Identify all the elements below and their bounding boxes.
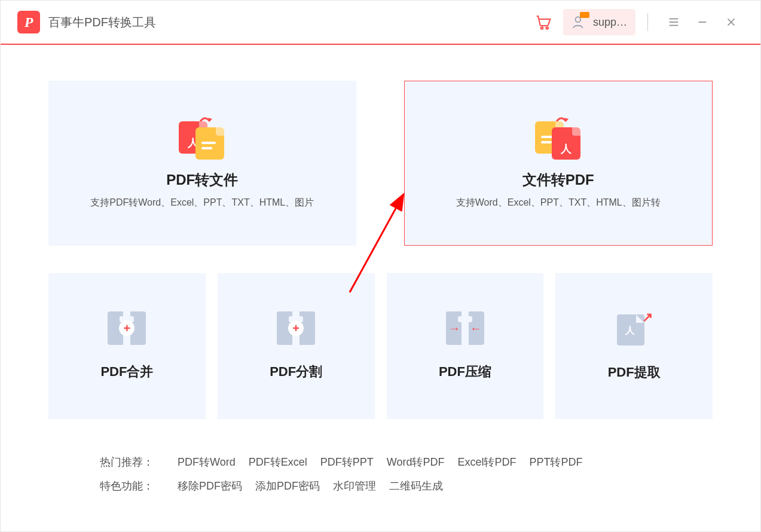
cart-icon[interactable] bbox=[532, 11, 555, 33]
minimize-icon[interactable] bbox=[691, 11, 714, 33]
card-title: 文件转PDF bbox=[522, 170, 594, 189]
card-title: PDF提取 bbox=[608, 363, 661, 381]
card-title: PDF分割 bbox=[270, 363, 322, 381]
titlebar: P 百事牛PDF转换工具 supp… bbox=[1, 1, 760, 45]
close-icon[interactable] bbox=[720, 11, 742, 33]
card-pdf-split[interactable]: + PDF分割 bbox=[218, 273, 375, 419]
feature-link[interactable]: 二维码生成 bbox=[389, 479, 443, 493]
compress-icon: → ← bbox=[446, 311, 484, 345]
menu-icon[interactable] bbox=[662, 11, 685, 33]
logo-letter: P bbox=[25, 14, 33, 30]
app-title: 百事牛PDF转换工具 bbox=[48, 14, 156, 30]
user-account[interactable]: supp… bbox=[563, 9, 635, 35]
card-file-to-pdf[interactable]: 人 文件转PDF 支持Word、Excel、PPT、TXT、HTML、图片转 bbox=[404, 81, 713, 246]
footer: 热门推荐： PDF转WordPDF转ExcelPDF转PPTWord转PDFEx… bbox=[48, 419, 713, 493]
feat-label: 特色功能： bbox=[100, 479, 178, 493]
content: 人 PDF转文件 支持PDF转Word、Excel、PPT、TXT、HTML、图… bbox=[1, 45, 760, 493]
hot-link[interactable]: PDF转PPT bbox=[320, 455, 374, 469]
extract-icon: 人 ↗ bbox=[617, 311, 652, 346]
avatar-icon bbox=[571, 14, 587, 30]
card-title: PDF压缩 bbox=[439, 363, 491, 381]
card-pdf-merge[interactable]: + PDF合并 bbox=[48, 273, 206, 419]
feature-link[interactable]: 水印管理 bbox=[333, 479, 376, 493]
pdf-to-file-icon: 人 bbox=[179, 118, 225, 158]
app-logo: P bbox=[17, 11, 40, 33]
card-title: PDF合并 bbox=[100, 363, 153, 381]
svg-rect-3 bbox=[580, 12, 589, 18]
card-pdf-compress[interactable]: → ← PDF压缩 bbox=[387, 273, 544, 419]
hot-label: 热门推荐： bbox=[100, 455, 178, 469]
user-label: supp… bbox=[593, 16, 627, 29]
svg-point-1 bbox=[546, 27, 548, 29]
card-pdf-to-file[interactable]: 人 PDF转文件 支持PDF转Word、Excel、PPT、TXT、HTML、图… bbox=[48, 81, 356, 246]
hot-link[interactable]: Excel转PDF bbox=[457, 455, 516, 469]
hot-link[interactable]: Word转PDF bbox=[387, 455, 445, 469]
merge-icon: + bbox=[108, 311, 146, 345]
svg-point-0 bbox=[541, 27, 543, 29]
card-pdf-extract[interactable]: 人 ↗ PDF提取 bbox=[555, 273, 713, 419]
card-sub: 支持PDF转Word、Excel、PPT、TXT、HTML、图片 bbox=[90, 197, 314, 209]
file-to-pdf-icon: 人 bbox=[535, 118, 582, 158]
hot-link[interactable]: PPT转PDF bbox=[529, 455, 582, 469]
hot-link[interactable]: PDF转Word bbox=[178, 455, 236, 469]
card-title: PDF转文件 bbox=[166, 170, 238, 189]
split-icon: + bbox=[277, 311, 315, 345]
feature-link[interactable]: 移除PDF密码 bbox=[178, 479, 242, 493]
titlebar-divider bbox=[647, 13, 648, 31]
hot-link[interactable]: PDF转Excel bbox=[249, 455, 307, 469]
feature-link[interactable]: 添加PDF密码 bbox=[255, 479, 320, 493]
card-sub: 支持Word、Excel、PPT、TXT、HTML、图片转 bbox=[456, 197, 661, 209]
